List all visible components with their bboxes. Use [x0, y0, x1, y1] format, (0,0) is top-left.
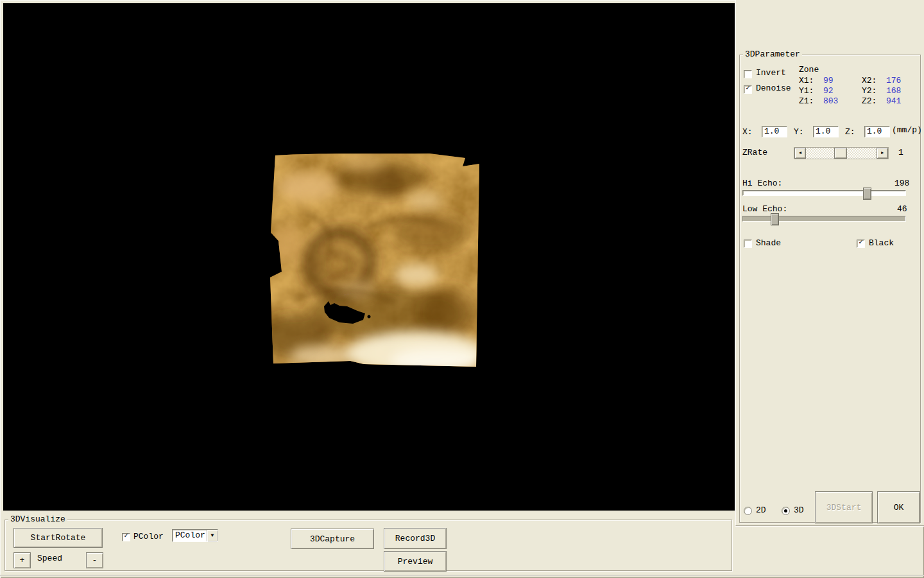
zrate-value: 1 — [898, 148, 903, 157]
zone-x1-value: 99 — [823, 76, 834, 85]
invert-checkbox[interactable] — [744, 70, 752, 78]
zrate-scrollbar[interactable]: ◄ ► — [794, 147, 889, 159]
invert-label: Invert — [756, 69, 786, 78]
zone-x1-label: X1: — [799, 76, 814, 85]
low-echo-slider-track[interactable] — [742, 216, 906, 222]
scale-unit-label: (mm/p) — [892, 126, 922, 135]
z-scale-label: Z: — [845, 128, 855, 137]
black-checkbox[interactable]: ✓ — [857, 240, 865, 248]
pcolor-dropdown[interactable]: PColor ▼ — [172, 529, 218, 542]
black-label: Black — [869, 239, 894, 248]
zone-label: Zone — [799, 66, 819, 74]
hi-echo-label: Hi Echo: — [742, 179, 782, 188]
y-scale-label: Y: — [794, 128, 804, 137]
pcolor-dropdown-button[interactable]: ▼ — [207, 530, 218, 541]
scroll-right-icon: ► — [881, 151, 884, 155]
ok-button[interactable]: OK — [877, 491, 920, 523]
hi-echo-slider-thumb[interactable] — [863, 188, 871, 200]
zone-y1-label: Y1: — [799, 87, 814, 96]
zrate-scroll-right-button[interactable]: ► — [877, 148, 888, 159]
mode-3d-radio[interactable] — [782, 507, 790, 515]
hi-echo-slider-track[interactable] — [742, 190, 906, 196]
zone-z1-value: 803 — [823, 97, 838, 106]
shade-checkbox[interactable] — [744, 240, 752, 248]
pcolor-dropdown-value: PColor — [175, 531, 205, 540]
parameter-group-title: 3DParameter — [743, 50, 802, 59]
zone-x2-label: X2: — [862, 76, 877, 85]
volume-render-image — [268, 152, 483, 369]
low-echo-slider-thumb[interactable] — [771, 213, 779, 225]
hi-echo-value: 198 — [894, 179, 909, 188]
speed-plus-button[interactable]: + — [13, 552, 31, 568]
zrate-scroll-thumb[interactable] — [834, 148, 847, 159]
window-bottom-divider — [0, 575, 924, 575]
pcolor-checkbox[interactable]: ✓ — [122, 533, 130, 541]
checkmark-icon — [744, 69, 751, 76]
render-viewport[interactable] — [3, 3, 735, 511]
mode-2d-radio[interactable] — [744, 507, 752, 515]
mode-2d-label: 2D — [756, 506, 766, 515]
zone-z2-label: Z2: — [862, 97, 877, 106]
speed-minus-button[interactable]: - — [86, 552, 103, 568]
speed-label: Speed — [37, 554, 62, 563]
chevron-down-icon: ▼ — [211, 533, 214, 538]
denoise-label: Denoise — [756, 84, 791, 93]
zrate-scroll-left-button[interactable]: ◄ — [794, 148, 806, 159]
parameter-groupbox: 3DParameter Invert ✓ Denoise Zone X1: 99… — [739, 55, 921, 523]
visualize-groupbox: 3DVisualize StartRotate ✓ PColor PColor … — [4, 520, 732, 571]
shade-label: Shade — [756, 239, 781, 248]
y-scale-input[interactable]: 1.0 — [813, 126, 839, 137]
x-scale-input[interactable]: 1.0 — [762, 126, 787, 137]
preview-button[interactable]: Preview — [384, 551, 447, 572]
low-echo-value: 46 — [897, 205, 907, 214]
checkmark-icon: ✓ — [857, 239, 864, 246]
zone-z2-value: 941 — [886, 97, 901, 106]
checkmark-icon: ✓ — [123, 532, 130, 539]
zrate-label: ZRate — [742, 148, 767, 157]
scroll-left-icon: ◄ — [799, 151, 801, 155]
z-scale-input[interactable]: 1.0 — [864, 126, 890, 137]
x-scale-label: X: — [742, 128, 753, 137]
zone-y1-value: 92 — [823, 87, 834, 96]
pcolor-label: PColor — [133, 532, 164, 541]
zone-z1-label: Z1: — [799, 97, 814, 106]
mode-3d-label: 3D — [794, 506, 804, 515]
record3d-button[interactable]: Record3D — [384, 528, 447, 549]
checkmark-icon: ✓ — [744, 85, 751, 92]
start-rotate-button[interactable]: StartRotate — [13, 528, 103, 548]
start3d-button[interactable]: 3DStart — [815, 491, 873, 523]
visualize-group-title: 3DVisualize — [8, 515, 67, 524]
parameter-panel: 3DParameter Invert ✓ Denoise Zone X1: 99… — [735, 0, 924, 526]
low-echo-label: Low Echo: — [742, 205, 787, 214]
checkmark-icon — [744, 239, 751, 246]
denoise-checkbox[interactable]: ✓ — [744, 85, 752, 94]
zone-y2-value: 168 — [886, 87, 901, 96]
capture3d-button[interactable]: 3DCapture — [291, 529, 374, 549]
zone-y2-label: Y2: — [862, 87, 877, 96]
zone-x2-value: 176 — [886, 76, 901, 85]
